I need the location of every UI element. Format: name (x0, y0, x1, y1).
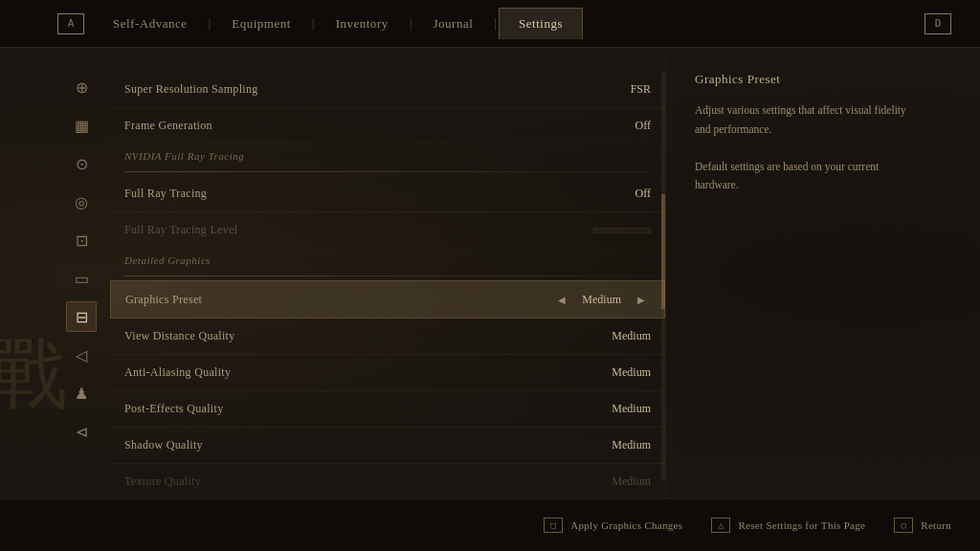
setting-frame-generation-value: Off (635, 119, 651, 133)
volume-icon[interactable]: ◁ (66, 340, 97, 370)
nav-bar: A Self-Advance | Equipment | Inventory |… (0, 0, 980, 48)
tab-settings[interactable]: Settings (499, 8, 583, 39)
reset-settings-action[interactable]: △ Reset Settings for This Page (711, 518, 865, 533)
setting-super-resolution-label: Super Resolution Sampling (124, 82, 258, 97)
reset-settings-key: △ (711, 518, 730, 533)
setting-texture-quality[interactable]: Texture Quality Medium (110, 464, 665, 498)
setting-texture-quality-value: Medium (612, 474, 651, 489)
setting-graphics-preset-control: ◀ Medium ▶ (553, 291, 650, 308)
divider-detailed (124, 276, 651, 276)
setting-view-distance-value: Medium (612, 329, 651, 343)
bottom-bar: □ Apply Graphics Changes △ Reset Setting… (0, 498, 980, 551)
setting-anti-aliasing-value: Medium (612, 365, 651, 380)
apply-graphics-label: Apply Graphics Changes (570, 519, 682, 531)
info-panel: Graphics Preset Adjust various settings … (665, 53, 980, 498)
scroll-indicator[interactable] (661, 72, 665, 479)
setting-graphics-preset-label: Graphics Preset (125, 293, 202, 307)
tab-self-advance[interactable]: Self-Advance (94, 9, 206, 39)
sliders-icon[interactable]: ⊟ (66, 301, 97, 332)
setting-super-resolution[interactable]: Super Resolution Sampling FSR (110, 72, 665, 108)
setting-ray-tracing-level: Full Ray Tracing Level (110, 212, 665, 249)
setting-post-effects-label: Post-Effects Quality (124, 402, 223, 416)
setting-view-distance-label: View Distance Quality (124, 329, 235, 343)
setting-texture-quality-label: Texture Quality (124, 474, 201, 489)
nav-key-left: A (57, 13, 84, 34)
gamepad-icon[interactable]: ⊕ (66, 72, 97, 102)
decorative-character: 戰 (0, 0, 57, 551)
grid-icon[interactable]: ▦ (66, 110, 97, 141)
setting-frame-generation-label: Frame Generation (124, 119, 212, 133)
eye-icon[interactable]: ◎ (66, 187, 97, 217)
return-key: ○ (894, 518, 913, 533)
graphics-preset-next-button[interactable]: ▶ (633, 291, 650, 308)
setting-frame-generation[interactable]: Frame Generation Off (110, 108, 665, 144)
ray-tracing-level-bar (593, 228, 651, 233)
setting-shadow-quality-value: Medium (612, 438, 651, 452)
divider-nvidia (124, 171, 651, 172)
nav-sep-4: | (494, 16, 497, 32)
setting-anti-aliasing-label: Anti-Aliasing Quality (124, 365, 231, 380)
apply-graphics-key: □ (544, 518, 563, 533)
setting-post-effects-value: Medium (612, 402, 651, 416)
main-content: Super Resolution Sampling FSR Frame Gene… (110, 53, 980, 498)
nav-tabs: Self-Advance | Equipment | Inventory | J… (94, 8, 924, 39)
icon-sidebar: ⊕ ▦ ⊙ ◎ ⊡ ▭ ⊟ ◁ ♟ ⊲ (57, 53, 105, 503)
graphics-preset-value: Medium (582, 293, 621, 307)
search-icon[interactable]: ⊡ (66, 225, 97, 255)
setting-shadow-quality-label: Shadow Quality (124, 438, 203, 452)
return-action[interactable]: ○ Return (894, 518, 951, 533)
scroll-thumb (661, 194, 665, 309)
setting-shadow-quality[interactable]: Shadow Quality Medium (110, 428, 665, 464)
arrow-back-icon[interactable]: ⊲ (66, 416, 97, 447)
nav-sep-2: | (312, 16, 315, 32)
setting-full-ray-tracing-label: Full Ray Tracing (124, 187, 207, 201)
tab-equipment[interactable]: Equipment (212, 9, 310, 39)
nav-sep-1: | (208, 16, 211, 32)
info-description: Adjust various settings that affect visu… (695, 101, 951, 195)
nav-sep-3: | (410, 16, 412, 32)
setting-graphics-preset[interactable]: Graphics Preset ◀ Medium ▶ (110, 280, 665, 319)
settings-cog-icon[interactable]: ⊙ (66, 148, 97, 179)
tab-journal[interactable]: Journal (414, 9, 493, 39)
return-label: Return (921, 519, 951, 531)
nav-key-right: D (924, 13, 951, 34)
setting-post-effects[interactable]: Post-Effects Quality Medium (110, 391, 665, 428)
apply-graphics-action[interactable]: □ Apply Graphics Changes (544, 518, 682, 533)
setting-full-ray-tracing[interactable]: Full Ray Tracing Off (110, 176, 665, 212)
tab-inventory[interactable]: Inventory (317, 9, 408, 39)
graphics-preset-prev-button[interactable]: ◀ (553, 291, 570, 308)
setting-super-resolution-value: FSR (631, 82, 651, 97)
settings-panel: Super Resolution Sampling FSR Frame Gene… (110, 53, 665, 498)
setting-ray-tracing-level-label: Full Ray Tracing Level (124, 223, 237, 237)
section-nvidia: NVIDIA Full Ray Tracing (110, 144, 665, 167)
setting-anti-aliasing[interactable]: Anti-Aliasing Quality Medium (110, 355, 665, 391)
reset-settings-label: Reset Settings for This Page (738, 519, 865, 531)
person-icon[interactable]: ♟ (66, 378, 97, 408)
info-title: Graphics Preset (695, 72, 951, 87)
section-detailed-graphics: Detailed Graphics (110, 249, 665, 272)
setting-view-distance[interactable]: View Distance Quality Medium (110, 319, 665, 355)
setting-full-ray-tracing-value: Off (635, 187, 651, 201)
monitor-icon[interactable]: ▭ (66, 263, 97, 294)
